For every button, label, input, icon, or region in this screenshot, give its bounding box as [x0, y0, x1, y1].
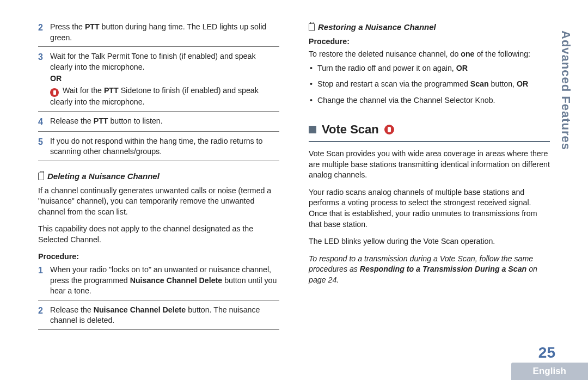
- or-separator: OR: [50, 73, 279, 84]
- two-column-layout: 2 Press the PTT button during hang time.…: [38, 22, 550, 334]
- paragraph: If a channel continually generates unwan…: [38, 186, 279, 218]
- step-item: 1 When your radio "locks on to" an unwan…: [38, 265, 279, 297]
- bullet-list: Turn the radio off and power it on again…: [309, 63, 550, 106]
- list-item: Turn the radio off and power it on again…: [309, 63, 550, 74]
- radio-icon: [50, 88, 59, 97]
- divider: [38, 300, 279, 301]
- note-paragraph: To respond to a transmission during a Vo…: [309, 254, 550, 286]
- list-item: Change the channel via the Channel Selec…: [309, 95, 550, 106]
- clipboard-icon: [38, 173, 44, 180]
- paragraph: This capability does not apply to the ch…: [38, 224, 279, 245]
- subheading-deleting: Deleting a Nuisance Channel: [38, 171, 279, 182]
- page-number: 25: [538, 344, 555, 361]
- paragraph: To restore the deleted nuisance channel,…: [309, 49, 550, 60]
- step-number: 2: [38, 22, 50, 43]
- language-tab: English: [511, 363, 588, 380]
- clipboard-icon: [309, 23, 315, 31]
- manual-page: 2 Press the PTT button during hang time.…: [0, 0, 588, 380]
- step-number: 2: [38, 305, 50, 326]
- procedure-label: Procedure:: [38, 252, 279, 262]
- section-tab: Advanced Features: [559, 30, 573, 150]
- square-bullet-icon: [309, 126, 316, 133]
- step-item: 5 If you do not respond within the hang …: [38, 136, 279, 157]
- left-column: 2 Press the PTT button during hang time.…: [38, 22, 279, 334]
- right-column: Restoring a Nuisance Channel Procedure: …: [309, 22, 550, 334]
- step-text: Wait for the Talk Permit Tone to finish …: [50, 51, 279, 107]
- heading-rule: [309, 141, 550, 142]
- step-item: 2 Press the PTT button during hang time.…: [38, 22, 279, 43]
- list-item: Stop and restart a scan via the programm…: [309, 79, 550, 90]
- step-item: 2 Release the Nuisance Channel Delete bu…: [38, 305, 279, 326]
- step-number: 5: [38, 136, 50, 157]
- paragraph: Vote Scan provides you with wide area co…: [309, 149, 550, 181]
- divider: [38, 329, 279, 330]
- radio-icon: [384, 125, 394, 134]
- paragraph: The LED blinks yellow during the Vote Sc…: [309, 236, 550, 247]
- step-text: Press the PTT button during hang time. T…: [50, 22, 279, 43]
- step-item: 4 Release the PTT button to listen.: [38, 116, 279, 128]
- procedure-label: Procedure:: [309, 36, 550, 47]
- subheading-restoring: Restoring a Nuisance Channel: [309, 22, 550, 33]
- divider: [38, 46, 279, 47]
- step-number: 3: [38, 51, 50, 107]
- step-text: Release the PTT button to listen.: [50, 116, 279, 128]
- step-text: When your radio "locks on to" an unwante…: [50, 265, 279, 297]
- step-number: 1: [38, 265, 50, 297]
- divider: [38, 161, 279, 161]
- step-number: 4: [38, 116, 50, 128]
- divider: [38, 111, 279, 112]
- step-item: 3 Wait for the Talk Permit Tone to finis…: [38, 51, 279, 107]
- heading-vote-scan: Vote Scan: [309, 121, 550, 138]
- step-text: Release the Nuisance Channel Delete butt…: [50, 305, 279, 326]
- step-text: If you do not respond within the hang ti…: [50, 136, 279, 157]
- paragraph: Your radio scans analog channels of mult…: [309, 187, 550, 230]
- divider: [38, 131, 279, 132]
